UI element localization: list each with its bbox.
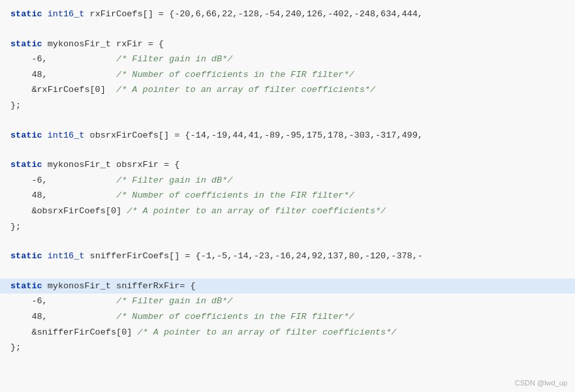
code-line-empty [0,22,575,37]
watermark: CSDN @lwd_up [515,379,567,387]
type: int16_t [48,9,85,19]
comment: /* Filter gain in dB*/ [116,54,232,64]
code-line: static mykonosFir_t obsrxFir = { [0,157,575,173]
code-container: static int16_t rxFirCoefs[] = {-20,6,66,… [0,0,575,392]
comment: /* Number of coefficients in the FIR fil… [116,70,354,80]
keyword: static [10,9,42,19]
code-line: static int16_t rxFirCoefs[] = {-20,6,66,… [0,7,575,22]
code-line: &rxFirCoefs[0] /* A pointer to an array … [0,82,575,98]
comment: /* A pointer to an array of filter coeff… [137,327,396,337]
keyword: static [10,251,42,261]
code-line: static int16_t snifferFirCoefs[] = {-1,-… [0,249,575,264]
code-line: static int16_t obsrxFirCoefs[] = {-14,-1… [0,128,575,143]
code-line: -6, /* Filter gain in dB*/ [0,52,575,67]
keyword: static [10,281,42,291]
keyword: static [10,39,42,49]
comment: /* Number of coefficients in the FIR fil… [116,190,354,200]
code-line-empty [0,264,575,279]
code-line-empty [0,234,575,249]
code-line: &obsrxFirCoefs[0] /* A pointer to an arr… [0,204,575,219]
code-line: }; [0,340,575,355]
keyword: static [10,130,42,140]
code-line: 48, /* Number of coefficients in the FIR… [0,309,575,325]
code-line: 48, /* Number of coefficients in the FIR… [0,67,575,83]
keyword: static [10,160,42,170]
type: int16_t [48,130,85,140]
code-line: -6, /* Filter gain in dB*/ [0,294,575,309]
code-line: static mykonosFir_t rxFir = { [0,37,575,52]
type: int16_t [48,251,85,261]
code-line: }; [0,98,575,113]
code-line: &snifferFirCoefs[0] /* A pointer to an a… [0,325,575,340]
code-line: -6, /* Filter gain in dB*/ [0,173,575,188]
comment: /* A pointer to an array of filter coeff… [116,85,375,95]
code-line-empty [0,113,575,128]
comment: /* Filter gain in dB*/ [116,175,232,185]
comment: /* A pointer to an array of filter coeff… [127,206,386,216]
code-line-highlighted: static mykonosFir_t snifferRxFir= { [0,279,575,294]
comment: /* Filter gain in dB*/ [116,296,232,306]
code-line: 48, /* Number of coefficients in the FIR… [0,188,575,204]
comment: /* Number of coefficients in the FIR fil… [116,312,354,322]
code-line: }; [0,219,575,235]
code-line-empty [0,143,575,157]
